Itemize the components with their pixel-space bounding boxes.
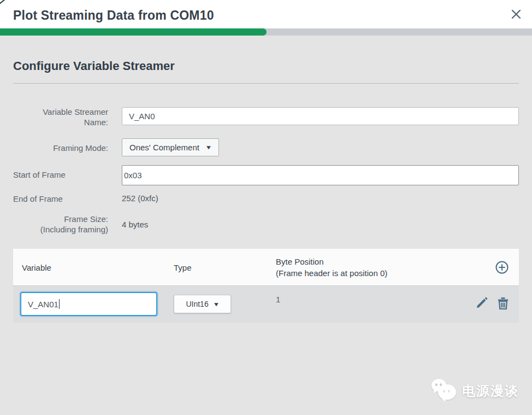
chevron-down-icon: ▼ [205, 144, 212, 150]
heading-divider [13, 83, 519, 84]
frame-size-label: Frame Size: (Including framing) [13, 214, 108, 235]
framing-mode-value: Ones' Complement [129, 143, 199, 152]
column-header-byte-position: Byte Position (Frame header is at positi… [276, 256, 387, 279]
variables-table: Variable Type Byte Position (Frame heade… [13, 249, 519, 323]
watermark: 电源漫谈 [430, 377, 519, 405]
wechat-logo-icon [430, 377, 458, 405]
framing-mode-dropdown[interactable]: Ones' Complement ▼ [122, 138, 219, 156]
type-dropdown[interactable]: UInt16 ▼ [174, 295, 231, 313]
close-icon [511, 9, 522, 22]
start-of-frame-label: Start of Frame [13, 169, 108, 180]
column-header-variable: Variable [22, 262, 51, 273]
trash-icon [496, 296, 510, 312]
start-of-frame-input[interactable] [122, 165, 519, 185]
row-actions [475, 297, 510, 311]
framing-mode-label: Framing Mode: [13, 143, 108, 153]
byte-position-value: 1 [276, 295, 280, 304]
type-value: UInt16 [186, 300, 208, 308]
pencil-icon [475, 296, 488, 312]
add-variable-button[interactable] [495, 260, 509, 274]
variable-streamer-name-input[interactable] [122, 107, 519, 125]
text-cursor [59, 299, 60, 309]
edit-variable-button[interactable] [475, 297, 489, 311]
dialog-titlebar: Plot Streaming Data from COM10 [0, 0, 532, 28]
page-title: Configure Variable Streamer [13, 59, 175, 73]
frame-size-value: 4 bytes [122, 220, 148, 229]
progress-fill [0, 28, 267, 36]
column-header-type: Type [174, 262, 192, 273]
variable-name-value: V_AN01 [28, 300, 58, 309]
delete-variable-button[interactable] [496, 297, 510, 311]
corner-mark [0, 0, 5, 4]
name-field-label: Variable Streamer Name: [13, 107, 108, 127]
close-button[interactable] [508, 7, 524, 24]
plus-circle-icon [495, 267, 509, 276]
plot-streaming-dialog: Plot Streaming Data from COM10 Configure… [0, 0, 532, 415]
watermark-text: 电源漫谈 [462, 382, 519, 400]
dialog-title: Plot Streaming Data from COM10 [13, 0, 214, 28]
end-of-frame-value: 252 (0xfc) [122, 194, 158, 203]
end-of-frame-label: End of Frame [13, 194, 108, 204]
table-row: V_AN01 UInt16 ▼ 1 [13, 286, 519, 323]
variables-table-header: Variable Type Byte Position (Frame heade… [13, 249, 519, 286]
progress-bar [0, 28, 532, 36]
variable-name-input[interactable]: V_AN01 [20, 292, 157, 316]
chevron-down-icon: ▼ [212, 301, 220, 307]
